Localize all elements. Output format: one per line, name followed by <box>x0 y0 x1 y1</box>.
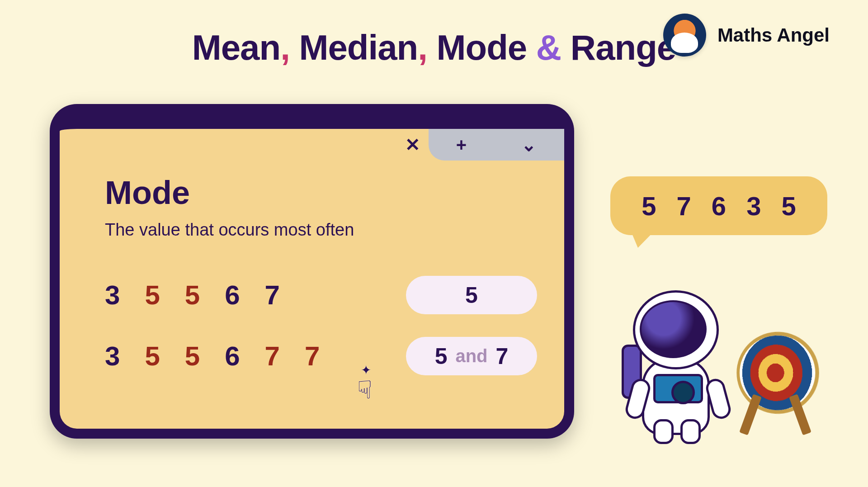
seq-num: 3 <box>105 340 120 372</box>
seq-num: 5 <box>145 340 160 372</box>
answer-pill-2: 5 and 7 <box>406 337 537 375</box>
seq-num: 6 <box>225 340 240 372</box>
bubble-num: 7 <box>677 191 691 221</box>
tab-add-icon[interactable]: + <box>456 135 467 155</box>
seq-num: 3 <box>105 279 120 311</box>
mascot-illustration <box>622 281 816 444</box>
tab-close-icon[interactable]: ✕ <box>397 129 429 161</box>
answer-pill-1: 5 <box>406 276 537 314</box>
seq-num: 6 <box>225 279 240 311</box>
brand-name: Maths Angel <box>717 24 830 46</box>
bubble-num: 3 <box>746 191 761 221</box>
brand-badge: Maths Angel <box>663 14 830 57</box>
tab-controls: + ⌄ <box>429 129 564 161</box>
astronaut-icon <box>622 290 730 444</box>
tab-collapse-icon[interactable]: ⌄ <box>521 134 537 155</box>
data-bubble: 5 7 6 3 5 <box>610 176 827 235</box>
bubble-num: 5 <box>781 191 796 221</box>
brand-avatar-icon <box>663 14 706 57</box>
sequence-row-1: 3 5 5 6 7 5 <box>105 276 537 314</box>
seq-num: 7 <box>305 340 320 372</box>
bubble-num: 5 <box>642 191 656 221</box>
sequence-row-2: 3 5 5 6 7 7 5 and 7 <box>105 337 537 375</box>
lesson-card: ✕ + ⌄ Mode The value that occurs most of… <box>50 104 574 439</box>
seq-num: 5 <box>145 279 160 311</box>
seq-num: 5 <box>185 279 200 311</box>
target-icon <box>735 336 816 435</box>
seq-num: 7 <box>265 279 280 311</box>
bubble-num: 6 <box>712 191 726 221</box>
topic-title: Mode <box>105 174 537 211</box>
seq-num: 5 <box>185 340 200 372</box>
topic-description: The value that occurs most often <box>105 220 537 240</box>
seq-num: 7 <box>265 340 280 372</box>
